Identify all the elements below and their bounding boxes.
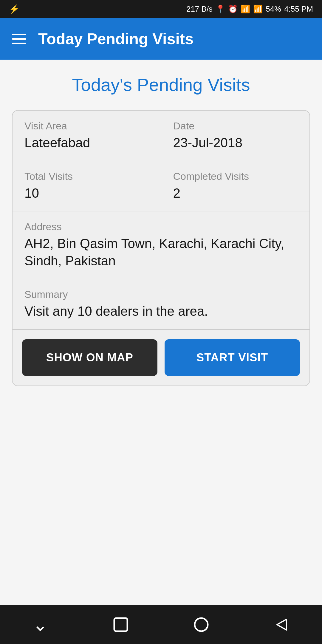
visit-area-label: Visit Area — [24, 120, 149, 132]
completed-visits-label: Completed Visits — [173, 171, 298, 182]
location-icon: 📍 — [216, 4, 225, 14]
svg-point-1 — [195, 618, 208, 631]
summary-label: Summary — [24, 289, 298, 300]
alarm-icon: ⏰ — [228, 4, 238, 14]
main-content: Today's Pending Visits Visit Area Lateef… — [0, 60, 322, 605]
nav-bar: ⌄ — [0, 605, 322, 644]
app-bar: Today Pending Visits — [0, 18, 322, 60]
summary-value: Visit any 10 dealers in the area. — [24, 303, 298, 320]
signal-icon: 📶 — [253, 4, 263, 14]
battery-level: 54% — [266, 4, 281, 14]
row-summary: Summary Visit any 10 dealers in the area… — [13, 279, 309, 329]
show-on-map-button[interactable]: SHOW ON MAP — [22, 339, 157, 376]
cell-summary: Summary Visit any 10 dealers in the area… — [13, 279, 309, 329]
cell-date: Date 23-Jul-2018 — [161, 111, 310, 161]
cell-completed-visits: Completed Visits 2 — [161, 161, 310, 211]
svg-marker-2 — [277, 619, 287, 630]
wifi-icon: 📶 — [241, 4, 250, 14]
hamburger-line-1 — [12, 34, 26, 35]
nav-square-button[interactable] — [109, 613, 133, 637]
hamburger-line-2 — [12, 38, 26, 40]
nav-circle-button[interactable] — [189, 613, 213, 637]
address-label: Address — [24, 221, 298, 233]
row-visits-count: Total Visits 10 Completed Visits 2 — [13, 161, 309, 211]
usb-icon: ⚡ — [9, 4, 19, 14]
address-value: AH2, Bin Qasim Town, Karachi, Karachi Ci… — [24, 235, 298, 269]
date-value: 23-Jul-2018 — [173, 134, 298, 151]
menu-button[interactable] — [12, 34, 26, 44]
start-visit-button[interactable]: START VISIT — [165, 339, 300, 376]
status-bar: ⚡ 217 B/s 📍 ⏰ 📶 📶 54% 4:55 PM — [0, 0, 322, 18]
card-buttons-row: SHOW ON MAP START VISIT — [13, 329, 309, 386]
date-label: Date — [173, 120, 298, 132]
visit-card: Visit Area Lateefabad Date 23-Jul-2018 T… — [12, 110, 310, 386]
status-icons: 217 B/s 📍 ⏰ 📶 📶 54% 4:55 PM — [186, 4, 313, 14]
network-speed: 217 B/s — [186, 4, 213, 14]
app-bar-title: Today Pending Visits — [38, 30, 193, 48]
completed-visits-value: 2 — [173, 185, 298, 202]
time-display: 4:55 PM — [284, 4, 313, 14]
page-heading: Today's Pending Visits — [12, 75, 310, 95]
nav-back-button[interactable] — [270, 613, 294, 637]
row-address: Address AH2, Bin Qasim Town, Karachi, Ka… — [13, 211, 309, 279]
nav-down-button[interactable]: ⌄ — [28, 613, 52, 637]
hamburger-line-3 — [12, 43, 26, 44]
total-visits-value: 10 — [24, 185, 149, 202]
cell-total-visits: Total Visits 10 — [13, 161, 161, 211]
cell-visit-area: Visit Area Lateefabad — [13, 111, 161, 161]
row-visit-area-date: Visit Area Lateefabad Date 23-Jul-2018 — [13, 111, 309, 161]
svg-rect-0 — [114, 618, 127, 631]
visit-area-value: Lateefabad — [24, 134, 149, 151]
total-visits-label: Total Visits — [24, 171, 149, 182]
cell-address: Address AH2, Bin Qasim Town, Karachi, Ka… — [13, 211, 309, 278]
